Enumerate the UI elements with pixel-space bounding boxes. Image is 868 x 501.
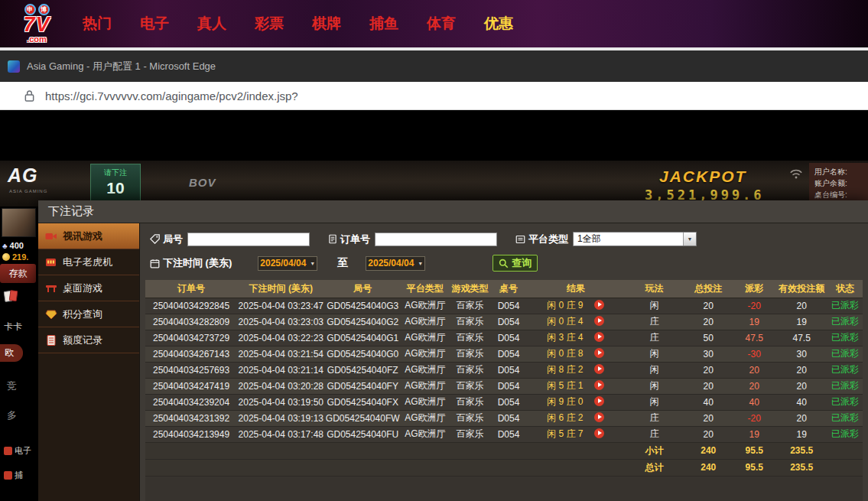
cell-round: GD054254040G1 bbox=[324, 330, 400, 346]
sidebar-item-label: 电子老虎机 bbox=[63, 255, 112, 269]
column-header: 订单号 bbox=[145, 280, 237, 298]
search-button[interactable]: 查询 bbox=[493, 255, 538, 272]
nav-item-4[interactable]: 彩票 bbox=[255, 14, 284, 34]
browser-url-bar[interactable]: https://gci.7vvvvvv.com/agingame/pcv2/in… bbox=[0, 82, 868, 110]
cell-play: 闲 bbox=[625, 346, 684, 362]
platform-list-icon bbox=[515, 235, 525, 244]
nav-item-1[interactable]: 热门 bbox=[83, 14, 112, 34]
cell-play: 闲 bbox=[625, 362, 684, 378]
replay-video-button[interactable] bbox=[594, 332, 604, 342]
browser-title-bar: Asia Gaming - 用户配置 1 - Microsoft Edge bbox=[0, 47, 868, 82]
deposit-button[interactable]: 存款 bbox=[0, 264, 36, 283]
cell-total: 20 bbox=[684, 410, 733, 426]
sidebar-item-4[interactable]: 积分查询 bbox=[38, 301, 139, 327]
nav-item-7[interactable]: 体育 bbox=[427, 14, 456, 34]
cell-status: 已派彩 bbox=[827, 362, 863, 378]
replay-video-button[interactable] bbox=[594, 300, 604, 310]
tablegame-icon bbox=[45, 282, 57, 294]
cell-valid: 40 bbox=[775, 394, 827, 410]
grand_total-total: 240 bbox=[684, 459, 733, 476]
cell-time: 2025-04-04 03:21:54 bbox=[237, 346, 324, 362]
left-rail-fragment[interactable]: 卡卡 bbox=[4, 320, 22, 333]
cell-order: 250404034292845 bbox=[145, 298, 237, 314]
cell-valid: 47.5 bbox=[775, 330, 827, 346]
column-header: 下注时间 (美东) bbox=[237, 280, 324, 298]
table-row: 2504040342576932025-04-04 03:21:14GD0542… bbox=[145, 362, 863, 378]
round-number-label-text: 局号 bbox=[163, 233, 183, 246]
cell-total: 40 bbox=[684, 394, 733, 410]
bet-records-table: 订单号下注时间 (美东)局号平台类型游戏类型桌号结果玩法总投注派彩有效投注额状态… bbox=[145, 280, 863, 477]
replay-video-button[interactable] bbox=[594, 428, 604, 438]
cell-table: D054 bbox=[490, 362, 527, 378]
sidebar-item-5[interactable]: 额度记录 bbox=[38, 327, 139, 353]
cell-order: 250404034231392 bbox=[145, 410, 237, 426]
cell-platform: AG欧洲厅 bbox=[401, 314, 450, 330]
left-rail-fragment[interactable]: 多 bbox=[7, 408, 17, 422]
date-from-picker[interactable]: 2025/04/04 ▼ bbox=[258, 256, 317, 271]
date-to-picker[interactable]: 2025/04/04 ▼ bbox=[366, 256, 425, 271]
cell-play: 闲 bbox=[625, 394, 684, 410]
cell-round: GD054254040G0 bbox=[324, 346, 400, 362]
platform-type-label: 平台类型 bbox=[515, 233, 568, 246]
avatar[interactable] bbox=[2, 208, 36, 237]
left-rail-fragment-label: 电子 bbox=[15, 445, 31, 457]
replay-video-button[interactable] bbox=[594, 412, 604, 422]
site-logo[interactable]: 申 博 7V .com bbox=[12, 4, 61, 44]
cell-game: 百家乐 bbox=[450, 410, 490, 426]
cell-valid: 19 bbox=[775, 314, 827, 330]
left-rail-fragment-label: 捕 bbox=[15, 470, 23, 481]
nav-item-3[interactable]: 真人 bbox=[197, 14, 226, 34]
site-favicon bbox=[8, 60, 20, 73]
cell-play: 庄 bbox=[625, 426, 684, 442]
order-number-input[interactable] bbox=[375, 233, 497, 246]
table-brand-text: BOV bbox=[189, 176, 216, 189]
table-row: 2504040342139492025-04-04 03:17:48GD0542… bbox=[145, 426, 863, 442]
lock-icon[interactable] bbox=[24, 89, 35, 102]
cell-total: 20 bbox=[684, 298, 733, 314]
sidebar-item-2[interactable]: 电子老虎机 bbox=[38, 249, 139, 275]
left-rail-fragment[interactable]: 欧 bbox=[0, 344, 23, 362]
left-rail-fragment[interactable]: 电子 bbox=[4, 445, 31, 457]
platform-type-select[interactable]: 1全部 ▼ bbox=[573, 232, 697, 246]
column-header: 派彩 bbox=[733, 280, 775, 298]
sidebar-item-1[interactable]: 视讯游戏 bbox=[38, 223, 139, 249]
round-number-input[interactable] bbox=[187, 233, 310, 246]
nav-item-6[interactable]: 捕鱼 bbox=[369, 14, 398, 34]
cards-icon[interactable] bbox=[3, 289, 18, 303]
top-nav-bar: 申 博 7V .com 热门电子真人彩票棋牌捕鱼体育优惠 bbox=[0, 0, 868, 47]
cell-time: 2025-04-04 03:23:03 bbox=[237, 314, 324, 330]
camera-icon bbox=[45, 230, 57, 242]
cell-total: 20 bbox=[684, 426, 733, 442]
nav-item-5[interactable]: 棋牌 bbox=[312, 14, 341, 34]
sidebar-item-3[interactable]: 桌面游戏 bbox=[38, 275, 139, 301]
replay-video-button[interactable] bbox=[594, 364, 604, 374]
menu-item-icon bbox=[4, 471, 12, 480]
column-header: 总投注 bbox=[684, 280, 733, 298]
cell-table: D054 bbox=[490, 410, 527, 426]
grand_total-row: 总计24095.5235.5 bbox=[145, 459, 863, 476]
sidebar-item-label: 积分查询 bbox=[63, 307, 102, 321]
cell-valid: 20 bbox=[775, 410, 827, 426]
cell-table: D054 bbox=[490, 330, 527, 346]
replay-video-button[interactable] bbox=[594, 380, 604, 390]
cell-payout: 47.5 bbox=[733, 330, 775, 346]
cell-platform: AG欧洲厅 bbox=[401, 426, 450, 442]
nav-item-8[interactable]: 优惠 bbox=[484, 14, 513, 34]
cell-table: D054 bbox=[490, 298, 527, 314]
cell-time: 2025-04-04 03:23:47 bbox=[237, 298, 324, 314]
grand_total-payout: 95.5 bbox=[733, 459, 775, 476]
replay-video-button[interactable] bbox=[594, 396, 604, 406]
nav-item-2[interactable]: 电子 bbox=[140, 14, 169, 34]
bet-countdown-box: 请下注 10 bbox=[90, 164, 141, 203]
left-rail-fragment[interactable]: 捕 bbox=[4, 470, 23, 481]
left-rail-fragment-label: 卡卡 bbox=[4, 320, 22, 333]
replay-video-button[interactable] bbox=[594, 348, 604, 358]
left-rail-fragment[interactable]: 竞 bbox=[7, 379, 17, 393]
to-label: 至 bbox=[337, 256, 348, 270]
cell-order: 250404034239204 bbox=[145, 394, 237, 410]
grand_total-spacer bbox=[145, 459, 625, 476]
date-to-arrow-icon: ▼ bbox=[418, 261, 423, 266]
url-text[interactable]: https://gci.7vvvvvv.com/agingame/pcv2/in… bbox=[45, 89, 298, 102]
replay-video-button[interactable] bbox=[594, 316, 604, 326]
cell-result: 闲 6 庄 2 bbox=[527, 410, 625, 426]
